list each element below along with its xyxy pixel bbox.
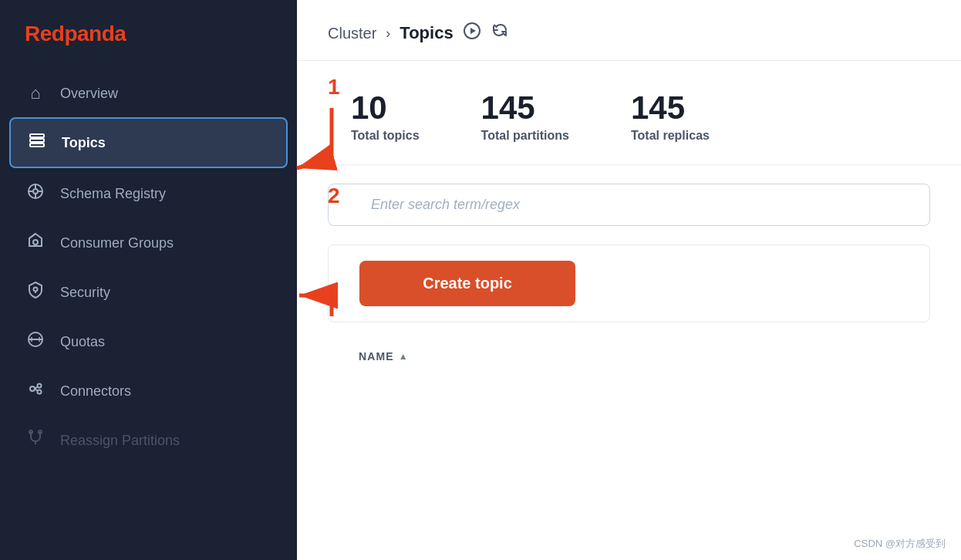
- sidebar-item-consumer-groups-label: Consumer Groups: [60, 235, 174, 251]
- create-topic-button[interactable]: Create topic: [359, 261, 575, 306]
- svg-marker-24: [470, 28, 476, 34]
- consumer-groups-icon: [25, 231, 46, 255]
- sidebar-item-overview[interactable]: ⌂ Overview: [9, 71, 288, 116]
- security-icon: [25, 281, 46, 304]
- play-icon[interactable]: [463, 22, 481, 45]
- sidebar-item-topics[interactable]: Topics: [9, 117, 288, 168]
- svg-rect-0: [30, 134, 44, 137]
- svg-rect-2: [30, 143, 44, 147]
- total-partitions-label: Total partitions: [481, 129, 569, 143]
- breadcrumb-separator: ›: [386, 25, 390, 42]
- table-column-name-label: NAME: [359, 350, 394, 363]
- total-topics-value: 10: [351, 90, 420, 126]
- step-2-number: 2: [328, 184, 340, 208]
- svg-point-17: [38, 390, 42, 394]
- refresh-icon[interactable]: [491, 22, 509, 45]
- sidebar-nav: ⌂ Overview Topics: [0, 71, 297, 464]
- quotas-icon: [25, 330, 46, 353]
- stat-total-partitions: 145 Total partitions: [481, 90, 569, 143]
- table-column-name: NAME ▲: [359, 350, 899, 363]
- table-header: NAME ▲: [328, 335, 930, 372]
- total-topics-label: Total topics: [351, 129, 420, 143]
- home-icon: ⌂: [25, 83, 46, 103]
- breadcrumb-parent: Cluster: [328, 25, 376, 42]
- sidebar-item-security[interactable]: Security: [9, 268, 288, 316]
- sidebar-item-connectors[interactable]: Connectors: [9, 367, 288, 415]
- sidebar-item-schema-registry-label: Schema Registry: [60, 186, 166, 202]
- svg-point-15: [30, 386, 35, 391]
- sidebar-item-security-label: Security: [60, 285, 110, 301]
- create-topic-section: Create topic: [328, 245, 930, 322]
- step-1-number: 1: [328, 75, 340, 100]
- svg-rect-1: [30, 139, 44, 142]
- sidebar: Redpanda ⌂ Overview Topics: [0, 0, 297, 560]
- sidebar-item-quotas-label: Quotas: [60, 334, 105, 350]
- total-partitions-value: 145: [481, 90, 569, 126]
- total-replicas-label: Total replicas: [631, 129, 710, 143]
- search-input[interactable]: [328, 184, 930, 226]
- page-header: Cluster › Topics: [297, 0, 961, 61]
- sidebar-item-reassign-partitions: Reassign Partitions: [9, 417, 288, 464]
- brand-name: Redpanda: [25, 22, 126, 46]
- sidebar-item-reassign-partitions-label: Reassign Partitions: [60, 433, 180, 449]
- topics-icon: [26, 131, 48, 154]
- search-input-wrapper: [328, 184, 930, 226]
- reassign-partitions-icon: [25, 429, 46, 452]
- sidebar-item-connectors-label: Connectors: [60, 383, 131, 400]
- sidebar-item-quotas[interactable]: Quotas: [9, 318, 288, 366]
- logo: Redpanda: [0, 0, 297, 71]
- svg-point-4: [33, 189, 38, 194]
- main-content: Cluster › Topics 1 10 Total topics: [297, 0, 961, 560]
- watermark: CSDN @对方感受到: [854, 537, 946, 551]
- connectors-icon: [25, 380, 46, 403]
- stat-total-replicas: 145 Total replicas: [631, 90, 710, 143]
- stats-section: 1 10 Total topics 145 Total partitions 1…: [297, 61, 961, 165]
- svg-line-19: [35, 389, 38, 391]
- sort-asc-icon[interactable]: ▲: [399, 351, 409, 362]
- total-replicas-value: 145: [631, 90, 710, 126]
- sidebar-item-schema-registry[interactable]: Schema Registry: [9, 170, 288, 218]
- stats-row: 10 Total topics 145 Total partitions 145…: [328, 83, 930, 143]
- search-section: 2: [297, 165, 961, 245]
- svg-point-16: [38, 384, 42, 388]
- sidebar-item-consumer-groups[interactable]: Consumer Groups: [9, 219, 288, 267]
- svg-point-10: [34, 288, 38, 292]
- sidebar-item-overview-label: Overview: [60, 86, 118, 102]
- svg-point-9: [33, 240, 38, 245]
- sidebar-item-topics-label: Topics: [62, 135, 106, 151]
- stat-total-topics: 10 Total topics: [351, 90, 420, 143]
- schema-registry-icon: [25, 182, 46, 205]
- breadcrumb-current: Topics: [400, 23, 453, 43]
